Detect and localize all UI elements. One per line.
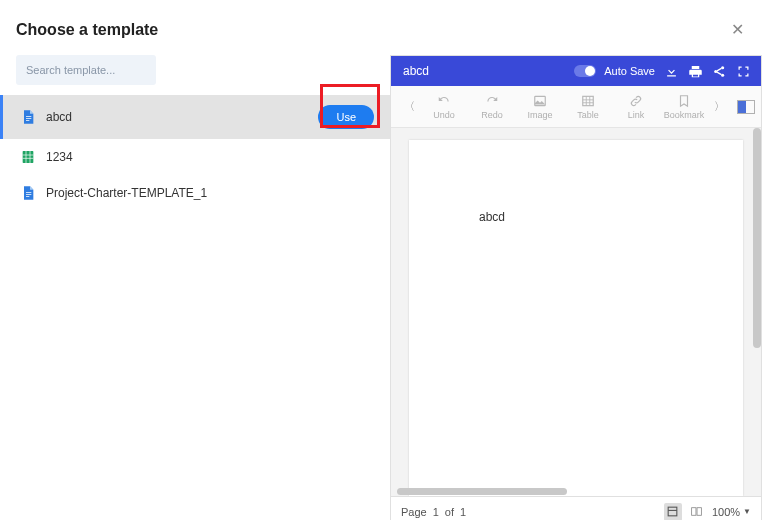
svg-rect-5 — [583, 96, 594, 105]
template-panel: abcd Use 1234 Project-Charter-TEMPLATE_1 — [0, 55, 390, 520]
template-name: abcd — [46, 110, 308, 124]
dialog-title: Choose a template — [16, 21, 158, 39]
doc-title: abcd — [401, 64, 566, 78]
page-label: Page — [401, 506, 427, 518]
preview-panel: abcd Auto Save 〈 Undo Redo Image Table L… — [390, 55, 762, 520]
page-of: of — [445, 506, 454, 518]
svg-rect-6 — [669, 507, 678, 516]
fullscreen-icon[interactable] — [735, 63, 751, 79]
autosave-label: Auto Save — [604, 65, 655, 77]
redo-button[interactable]: Redo — [471, 94, 513, 120]
page-current: 1 — [433, 506, 439, 518]
zoom-control[interactable]: 100%▼ — [712, 506, 751, 518]
editor-toolbar: 〈 Undo Redo Image Table Link Bookmark 〉 — [391, 86, 761, 128]
share-icon[interactable] — [711, 63, 727, 79]
link-button[interactable]: Link — [615, 94, 657, 120]
view-mode-toggle[interactable] — [737, 100, 755, 114]
use-button[interactable]: Use — [318, 105, 374, 129]
template-name: Project-Charter-TEMPLATE_1 — [46, 186, 374, 200]
fit-page-icon[interactable] — [664, 503, 682, 521]
print-icon[interactable] — [687, 63, 703, 79]
search-input[interactable] — [16, 55, 156, 85]
doc-content: abcd — [479, 210, 505, 224]
table-button[interactable]: Table — [567, 94, 609, 120]
image-button[interactable]: Image — [519, 94, 561, 120]
page-total: 1 — [460, 506, 466, 518]
doc-icon — [20, 109, 36, 125]
status-bar: Page 1 of 1 100%▼ — [391, 496, 761, 520]
document-canvas: abcd — [391, 128, 761, 496]
download-icon[interactable] — [663, 63, 679, 79]
horizontal-scrollbar[interactable] — [391, 486, 761, 496]
vertical-scrollbar[interactable] — [753, 128, 761, 348]
svg-rect-0 — [23, 151, 34, 163]
template-list: abcd Use 1234 Project-Charter-TEMPLATE_1 — [0, 95, 390, 211]
toolbar-prev-icon[interactable]: 〈 — [397, 99, 421, 114]
template-item-project-charter[interactable]: Project-Charter-TEMPLATE_1 — [0, 175, 390, 211]
template-item-abcd[interactable]: abcd Use — [0, 95, 390, 139]
document-page[interactable]: abcd — [409, 140, 743, 496]
bookmark-button[interactable]: Bookmark — [663, 94, 705, 120]
sheet-icon — [20, 149, 36, 165]
fit-width-icon[interactable] — [688, 503, 706, 521]
svg-rect-7 — [692, 508, 696, 516]
preview-topbar: abcd Auto Save — [391, 56, 761, 86]
toolbar-next-icon[interactable]: 〉 — [707, 99, 731, 114]
template-name: 1234 — [46, 150, 374, 164]
close-icon[interactable]: ✕ — [727, 16, 748, 43]
template-item-1234[interactable]: 1234 — [0, 139, 390, 175]
doc-icon — [20, 185, 36, 201]
undo-button[interactable]: Undo — [423, 94, 465, 120]
svg-rect-8 — [697, 508, 701, 516]
autosave-toggle[interactable] — [574, 65, 596, 77]
